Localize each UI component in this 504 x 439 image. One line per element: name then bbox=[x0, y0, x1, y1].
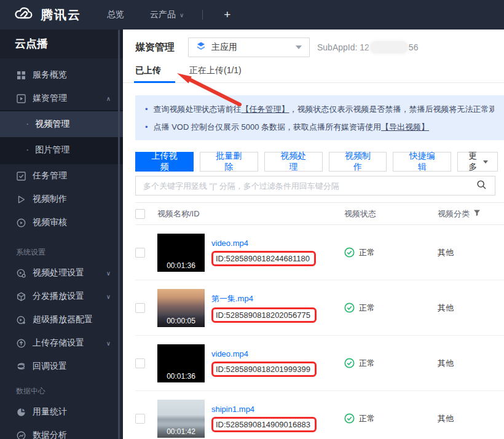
row-checkbox[interactable] bbox=[135, 358, 145, 368]
row-checkbox[interactable] bbox=[135, 414, 145, 424]
search-input[interactable] bbox=[143, 181, 476, 191]
sidebar-item-media-mgmt[interactable]: 媒资管理 ∧ bbox=[0, 87, 123, 110]
search-box bbox=[135, 176, 495, 196]
page-title: 媒资管理 bbox=[135, 41, 175, 54]
tab-bar: 已上传 正在上传(1/1) bbox=[123, 65, 504, 83]
sidebar-item-upload-storage[interactable]: 上传存储设置 ∨ bbox=[0, 331, 123, 355]
video-name-link[interactable]: 第一集.mp4 bbox=[211, 293, 253, 304]
row-checkbox[interactable] bbox=[135, 303, 145, 313]
upload-video-button[interactable]: 上传视频 bbox=[135, 152, 194, 172]
video-process-button[interactable]: 视频处理 bbox=[264, 152, 323, 172]
nav-products[interactable]: 云产品 ∨ bbox=[150, 9, 184, 20]
annotation-red-box: ID:5285890818244681180 bbox=[211, 251, 316, 266]
table-row[interactable]: 00:01:42 shipin1.mp4 ID:5285890814909016… bbox=[135, 391, 504, 439]
app-layers-icon bbox=[196, 41, 206, 53]
status-badge: 正常 bbox=[344, 358, 375, 369]
nav-overview[interactable]: 总览 bbox=[107, 9, 124, 20]
video-produce-button[interactable]: 视频制作 bbox=[329, 152, 387, 172]
table-row[interactable]: 00:00:05 第一集.mp4 ID:5285890818202056775 … bbox=[135, 280, 504, 336]
chevron-down-icon bbox=[296, 45, 302, 49]
video-id: ID:5285890818202056775 bbox=[216, 310, 310, 320]
app-window: 腾讯云 总览 云产品 ∨ + 云点播 服务概览 媒资管理 bbox=[0, 0, 504, 439]
video-name-link[interactable]: video.mp4 bbox=[211, 239, 248, 248]
sidebar-item-data-analysis[interactable]: 数据分析 bbox=[0, 424, 123, 439]
sidebar-item-superplayer[interactable]: 超级播放器配置 bbox=[0, 308, 123, 331]
search-icon[interactable] bbox=[476, 180, 487, 192]
play-triangle-icon bbox=[16, 194, 26, 204]
banner-line-1: •查询视频处理状态请前往【任务管理】，视频状态仅表示视频是否禁播，禁播后视频将无… bbox=[145, 103, 494, 116]
player-config-icon bbox=[16, 315, 26, 325]
video-info: shipin1.mp4 ID:5285890814909016883 bbox=[211, 405, 317, 432]
chevron-down-icon: ∨ bbox=[106, 340, 111, 347]
sidebar-item-video-production[interactable]: 视频制作 bbox=[0, 188, 123, 211]
table-row[interactable]: 00:01:36 video.mp4 ID:528589081820199939… bbox=[135, 336, 504, 391]
sidebar-item-video-processing[interactable]: 视频处理设置 ∨ bbox=[0, 261, 123, 285]
sidebar-item-task-mgmt[interactable]: 任务管理 bbox=[0, 164, 123, 188]
media-table: 视频名称/ID 视频状态 视频分类 00:01:36 bbox=[135, 202, 504, 439]
video-name-link[interactable]: shipin1.mp4 bbox=[211, 405, 254, 414]
select-all-checkbox[interactable] bbox=[135, 209, 145, 219]
nav-divider bbox=[202, 10, 203, 20]
video-category: 其他 bbox=[438, 413, 454, 424]
filter-funnel-icon[interactable] bbox=[473, 209, 481, 218]
col-header-name: 视频名称/ID bbox=[157, 208, 344, 220]
tab-uploading[interactable]: 正在上传(1/1) bbox=[189, 65, 242, 82]
video-duration: 00:01:42 bbox=[157, 427, 205, 436]
main-content: 媒资管理 主应用 SubAppId: 1256 已上传 正在上传(1/1) bbox=[123, 30, 504, 439]
banner-line-2: •点播 VOD 控制台仅展示 5000 条数据，获取点播所有媒资请使用【导出视频… bbox=[145, 121, 494, 133]
app-selector-dropdown[interactable]: 主应用 bbox=[188, 38, 310, 57]
annotation-red-box: ID:5285890818202056775 bbox=[211, 307, 317, 323]
sidebar-item-usage-stats[interactable]: 用量统计 bbox=[0, 400, 123, 424]
callback-s-icon bbox=[16, 362, 26, 371]
video-category: 其他 bbox=[438, 247, 454, 258]
video-info: video.mp4 ID:5285890818201999399 bbox=[211, 349, 317, 377]
bullet-icon: • bbox=[145, 105, 148, 114]
video-id: ID:5285890814909016883 bbox=[216, 420, 310, 429]
sidebar-item-video-review[interactable]: 视频审核 bbox=[0, 211, 123, 234]
bullet-dot: · bbox=[26, 119, 29, 129]
status-badge: 正常 bbox=[344, 413, 375, 424]
video-duration: 00:00:05 bbox=[157, 317, 205, 325]
sidebar-scrollbar[interactable] bbox=[118, 30, 120, 439]
check-circle-icon bbox=[344, 413, 355, 424]
bullet-dot: · bbox=[26, 145, 29, 155]
video-thumbnail[interactable]: 00:01:36 bbox=[157, 234, 205, 272]
status-badge: 正常 bbox=[344, 303, 375, 314]
sidebar-item-video-mgmt[interactable]: · 视频管理 bbox=[0, 111, 123, 137]
table-row[interactable]: 00:01:36 video.mp4 ID:528589081824468118… bbox=[135, 225, 504, 280]
sidebar-item-callback[interactable]: 回调设置 bbox=[0, 355, 123, 378]
chevron-down-icon bbox=[483, 160, 488, 164]
video-thumbnail[interactable]: 00:01:36 bbox=[157, 344, 205, 382]
task-check-square-icon bbox=[16, 171, 26, 181]
info-banner: •查询视频处理状态请前往【任务管理】，视频状态仅表示视频是否禁播，禁播后视频将无… bbox=[135, 95, 504, 140]
task-mgmt-link[interactable]: 【任务管理】 bbox=[242, 105, 289, 114]
data-analysis-icon bbox=[16, 430, 26, 439]
cloud-logo-icon bbox=[14, 6, 34, 23]
batch-delete-button[interactable]: 批量删除 bbox=[200, 152, 258, 172]
top-navbar: 腾讯云 总览 云产品 ∨ + bbox=[0, 0, 504, 30]
tab-uploaded[interactable]: 已上传 bbox=[135, 65, 161, 82]
sidebar-item-distribution[interactable]: 分发播放设置 ∨ bbox=[0, 285, 123, 308]
add-tab-button[interactable]: + bbox=[224, 8, 230, 22]
tencent-cloud-logo[interactable]: 腾讯云 bbox=[14, 6, 81, 23]
chevron-down-icon: ∨ bbox=[106, 270, 111, 277]
video-name-link[interactable]: video.mp4 bbox=[211, 349, 248, 358]
sidebar-item-service-overview[interactable]: 服务概览 bbox=[0, 63, 123, 87]
more-button[interactable]: 更多 bbox=[457, 152, 498, 172]
annotation-red-box: ID:5285890818201999399 bbox=[211, 362, 317, 377]
video-info: 第一集.mp4 ID:5285890818202056775 bbox=[211, 293, 317, 323]
table-header: 视频名称/ID 视频状态 视频分类 bbox=[135, 202, 504, 225]
video-category: 其他 bbox=[438, 303, 454, 314]
col-header-category: 视频分类 bbox=[438, 208, 504, 220]
video-thumbnail[interactable]: 00:00:05 bbox=[157, 289, 205, 327]
check-circle-icon bbox=[344, 303, 355, 313]
chevron-up-icon: ∧ bbox=[106, 95, 111, 102]
video-thumbnail[interactable]: 00:01:42 bbox=[157, 400, 205, 438]
row-checkbox[interactable] bbox=[135, 248, 145, 258]
video-duration: 00:01:36 bbox=[157, 372, 205, 381]
toolbar: 上传视频 批量删除 视频处理 视频制作 快捷编辑 更多 bbox=[135, 152, 504, 172]
quick-edit-button[interactable]: 快捷编辑 bbox=[393, 152, 451, 172]
export-video-link[interactable]: 【导出视频】 bbox=[381, 122, 429, 132]
sidebar-item-image-mgmt[interactable]: · 图片管理 bbox=[0, 137, 123, 163]
video-duration: 00:01:36 bbox=[157, 261, 205, 270]
